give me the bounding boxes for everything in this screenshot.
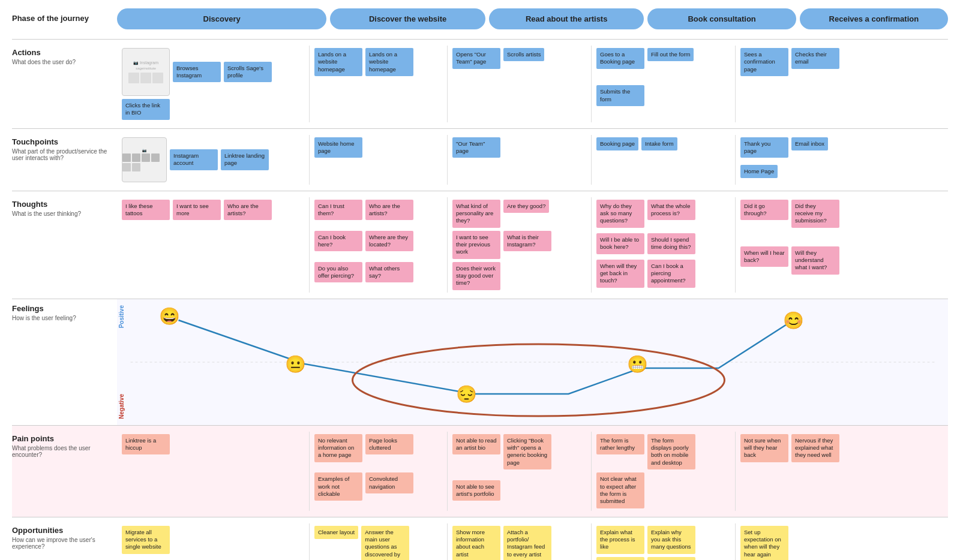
phase-read-artists: Read about the artists [489,8,644,29]
opp-phase4: Explain what the process is like Explain… [591,523,735,560]
pain-hear-back: Not sure when will they hear back [740,434,788,462]
touchpoints-phase1: 📷 Instagram account Linktree landing pag… [117,135,309,185]
actions-content: 📷 Instagram sageinstitute Browses Instag… [117,46,948,122]
opp-more-info: Show more information about each artist [452,526,500,560]
actions-row: Actions What does the user do? 📷 Instagr… [12,39,948,128]
touchpoints-phase4: Booking page Intake form [591,135,735,185]
instagram-preview-touch: 📷 [122,137,167,182]
opp-phase2: Cleaner layout Answer the main user ques… [309,523,447,560]
action-submits-form: Submits the form [596,85,644,106]
pain-no-info: No relevant information on a home page [314,434,362,462]
pain-generic-booking: Clicking "Book with" opens a generic boo… [503,434,551,469]
thought-receive: Did they receive my submission? [791,200,839,228]
emoji-neutral: 😐 [285,354,306,374]
pain-not-clear: Not clear what to expect after the form … [596,472,644,508]
thoughts-phase5: Did it go through? Did they receive my s… [735,197,873,293]
thought-get-back: When will they get back in touch? [596,260,644,288]
action-clicks-bio: Clicks the link in BIO [122,99,170,120]
opp-phase3: Show more information about each artist … [447,523,591,560]
thoughts-phase2: Can I trust them? Who are the artists? C… [309,197,447,293]
thought-book-here: Can I book here? [314,231,362,252]
phase-row-label: Phase of the journey [12,14,117,25]
action-lands-homepage2: Lands on a website homepage [365,48,413,76]
pain-nervous: Nervous if they explained what they need… [791,434,839,462]
pain-lengthy: The form is rather lengthy [596,434,644,455]
opp-get-in-touch: Explain how to get in touch if they are … [596,557,644,560]
opp-answer-questions: Answer the main user questions as discov… [361,526,409,560]
phases-container: Discovery Discover the website Read abou… [117,8,948,29]
thought-stay-good: Does their work stay good over time? [452,262,500,290]
opp-set-expectation: Set up expectation on when will they hea… [740,526,788,560]
pain-phase3: Not able to read an artist bio Clicking … [447,432,591,511]
thought-book-piercing: Can I book a piercing appointment? [647,260,695,288]
action-browses-instagram: Browses Instagram [173,62,221,83]
actions-phase5: Sees a confirmation page Checks their em… [735,46,873,122]
thought-instagram: What is their Instagram? [503,231,551,252]
pain-navigation: Convoluted navigation [365,472,413,493]
thought-like-tattoos: I like these tattoos [122,200,170,221]
pain-phase1: Linktree is a hiccup [117,432,309,511]
touchpoint-home: Home Page [740,165,778,178]
thought-who-artists2: Who are the artists? [365,200,413,221]
thoughts-content: I like these tattoos I want to see more … [117,197,948,293]
touchpoint-email: Email inbox [791,137,828,150]
thought-spend-time: Should I spend time doing this? [647,233,695,254]
pain-cluttered: Page looks cluttered [365,434,413,455]
emoji-grimace: 😬 [627,354,648,374]
thought-go-through: Did it go through? [740,200,788,221]
thought-many-questions: Why do they ask so many questions? [596,200,644,228]
action-booking-page: Goes to a Booking page [596,48,644,69]
opp-migrate: Migrate all services to a single website [122,526,170,554]
pain-points-row: Pain points What problems does the user … [12,425,948,517]
feelings-row: Feelings How is the user feeling? Positi… [12,299,948,425]
touchpoint-booking: Booking page [596,137,638,150]
action-opens-team: Opens "Our Team" page [452,48,500,69]
actions-label: Actions What does the user do? [12,46,117,122]
action-scrolls-artists: Scrolls artists [503,48,544,61]
thought-whole-process: What the whole process is? [647,200,695,221]
action-sees-confirmation: Sees a confirmation page [740,48,788,76]
pain-not-clickable: Examples of work not clickable [314,472,362,501]
touchpoints-row: Touchpoints What part of the product/ser… [12,128,948,191]
action-lands-homepage1: Lands on a website homepage [314,48,362,76]
opp-cleaner: Cleaner layout [314,526,358,539]
opp-explain-why: Explain why you ask this many questions [647,526,695,554]
actions-phase1: 📷 Instagram sageinstitute Browses Instag… [117,46,309,122]
thoughts-phase1: I like these tattoos I want to see more … [117,197,309,293]
svg-point-2 [353,344,725,416]
thought-hear-back: When will I hear back? [740,246,788,267]
thought-others-say: What others say? [365,262,413,283]
emoji-sad: 😔 [456,384,477,404]
touchpoint-linktree: Linktree landing page [221,149,269,170]
opp-label: Opportunities How can we improve the use… [12,523,117,560]
opp-tidy-form: Tidy up the form [647,557,695,560]
touchpoint-instagram: Instagram account [170,149,218,170]
instagram-preview: 📷 Instagram sageinstitute [122,48,170,96]
touchpoints-content: 📷 Instagram account Linktree landing pag… [117,135,948,185]
pain-content: Linktree is a hiccup No relevant informa… [117,432,948,511]
phase-book-consultation: Book consultation [647,8,796,29]
thoughts-phase4: Why do they ask so many questions? What … [591,197,735,293]
feelings-chart-area: Positive Negative 😄 😐 [117,299,948,425]
opp-content: Migrate all services to a single website… [117,523,948,560]
journey-map: Phase of the journey Discovery Discover … [6,0,954,560]
action-scrolls-sage: Scrolls Sage's profile [224,62,272,83]
touchpoint-thank-you: Thank you page [740,137,788,158]
pain-label: Pain points What problems does the user … [12,432,117,511]
feelings-svg: 😄 😐 😔 😬 😊 [117,299,948,425]
pain-no-bio: Not able to read an artist bio [452,434,500,455]
thought-understand: Will they understand what I want? [791,246,839,275]
action-fill-form: Fill out the form [647,48,694,61]
pain-phase2: No relevant information on a home page P… [309,432,447,511]
touchpoints-phase3: "Our Team" page [447,135,591,185]
thought-piercing: Do you also offer piercing? [314,262,362,283]
thought-personality: What kind of personality are they? [452,200,500,228]
phases-title: Phase of the journey [12,14,117,23]
opp-phase5: Set up expectation on when will they hea… [735,523,873,560]
opportunities-row: Opportunities How can we improve the use… [12,517,948,560]
touchpoints-phase5: Thank you page Email inbox Home Page [735,135,873,185]
touchpoint-website-home: Website home page [314,137,362,158]
feelings-label: Feelings How is the user feeling? [12,299,117,425]
touchpoints-label: Touchpoints What part of the product/ser… [12,135,117,185]
phase-confirmation: Receives a confirmation [800,8,948,29]
